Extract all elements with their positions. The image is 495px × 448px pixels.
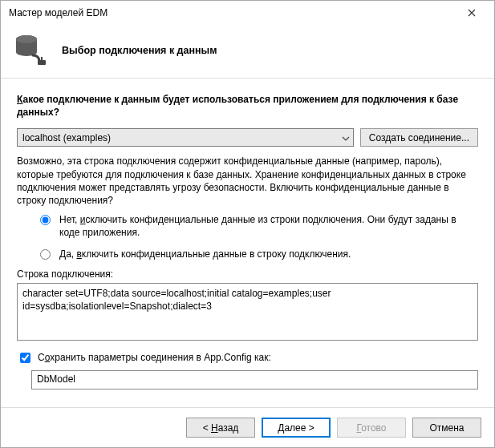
radio-include-label: Да, включить конфиденциальные данные в с… [59,248,351,260]
back-button[interactable]: < Назад [186,418,255,438]
chevron-down-icon [342,132,350,143]
connection-string-value: character set=UTF8;data source=localhost… [22,287,473,341]
question-label: Какое подключение к данным будет использ… [17,93,478,119]
close-icon [468,9,476,17]
connection-row: localhost (examples) Создать соединение.… [17,128,478,147]
cancel-button[interactable]: Отмена [412,418,481,438]
security-info-text: Возможно, эта строка подключения содержи… [17,155,478,207]
wizard-footer: < Назад Далее > Готово Отмена [1,407,494,447]
sensitive-data-radios: Нет, исключить конфиденциальные данные и… [36,213,478,260]
settings-name-input[interactable]: DbModel [31,370,478,389]
finish-button: Готово [337,418,406,438]
svg-rect-2 [38,60,46,65]
next-button[interactable]: Далее > [262,418,331,438]
settings-name-value: DbModel [37,373,75,385]
titlebar: Мастер моделей EDM [1,1,494,25]
svg-point-1 [16,35,37,43]
radio-exclude-input[interactable] [40,215,51,225]
save-settings-row: Сохранить параметры соединения в App.Con… [17,350,478,365]
new-connection-button[interactable]: Создать соединение... [360,128,478,147]
wizard-content: Какое подключение к данным будет использ… [1,79,494,407]
radio-exclude-label: Нет, исключить конфиденциальные данные и… [59,213,478,239]
database-icon [14,31,49,67]
save-settings-label: Сохранить параметры соединения в App.Con… [38,352,271,363]
save-settings-checkbox[interactable] [20,353,30,363]
connection-string-box[interactable]: character set=UTF8;data source=localhost… [17,283,478,341]
question-text: акое подключение к данным будет использо… [17,94,458,118]
svg-rect-3 [41,57,43,60]
cancel-label: Отмена [429,422,464,434]
wizard-banner: Выбор подключения к данным [1,25,494,79]
radio-include[interactable]: Да, включить конфиденциальные данные в с… [36,248,478,260]
radio-exclude[interactable]: Нет, исключить конфиденциальные данные и… [36,213,478,239]
banner-heading: Выбор подключения к данным [62,42,217,56]
close-button[interactable] [456,2,488,24]
connection-dropdown[interactable]: localhost (examples) [17,128,354,147]
new-connection-label: Создать соединение... [369,132,469,143]
connection-selected: localhost (examples) [22,132,111,143]
radio-include-input[interactable] [40,249,51,260]
window-title: Мастер моделей EDM [9,7,456,18]
connection-string-label: Строка подключения: [17,268,478,280]
